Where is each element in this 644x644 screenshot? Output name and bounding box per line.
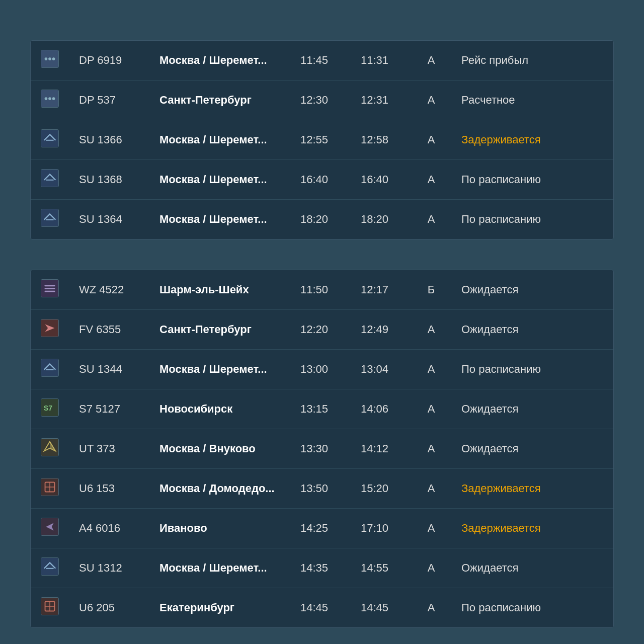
status: Ожидается [451, 270, 613, 310]
airline-logo [41, 557, 59, 576]
airline-logo [41, 90, 59, 108]
svg-point-5 [45, 97, 48, 100]
table-row: UT 373 Москва / Внуково 13:30 14:12 A Ож… [31, 429, 613, 469]
actual-time: 14:12 [351, 429, 411, 469]
table-row: U6 153 Москва / Домодедо... 13:50 15:20 … [31, 469, 613, 509]
airline-logo [41, 319, 59, 337]
flight-board-1: DP 6919 Москва / Шеремет... 11:45 11:31 … [30, 40, 614, 239]
scheduled-time: 11:45 [290, 41, 351, 80]
status: По расписанию [451, 350, 613, 389]
flight-number: SU 1364 [69, 200, 149, 239]
destination: Москва / Шеремет... [149, 200, 290, 239]
airline-logo [41, 597, 59, 615]
scheduled-time: 12:55 [290, 120, 351, 160]
actual-time: 11:31 [351, 41, 411, 80]
svg-rect-12 [41, 209, 58, 226]
airline-logo [41, 478, 59, 496]
flight-number: U6 153 [69, 469, 149, 509]
destination: Шарм-эль-Шейх [149, 270, 290, 310]
table-row: SU 1312 Москва / Шеремет... 14:35 14:55 … [31, 548, 613, 588]
flight-number: FV 6355 [69, 310, 149, 350]
actual-time: 12:58 [351, 120, 411, 160]
scheduled-time: 14:35 [290, 548, 351, 588]
svg-rect-8 [41, 130, 58, 147]
gate: A [411, 160, 451, 200]
status: Задерживается [451, 120, 613, 160]
gate: A [411, 120, 451, 160]
status: По расписанию [451, 588, 613, 628]
airline-logo-cell [31, 120, 69, 160]
svg-rect-33 [41, 558, 58, 575]
gate: A [411, 588, 451, 628]
flight-number: S7 5127 [69, 389, 149, 429]
actual-time: 15:20 [351, 469, 411, 509]
table-row: WZ 4522 Шарм-эль-Шейх 11:50 12:17 Б Ожид… [31, 270, 613, 310]
actual-time: 14:06 [351, 389, 411, 429]
airline-logo-cell [31, 469, 69, 509]
table-row: DP 6919 Москва / Шеремет... 11:45 11:31 … [31, 41, 613, 80]
airline-logo-cell [31, 350, 69, 389]
svg-point-7 [52, 97, 55, 100]
airline-logo-cell [31, 588, 69, 628]
destination: Москва / Шеремет... [149, 160, 290, 200]
svg-rect-17 [45, 291, 55, 292]
gate: Б [411, 270, 451, 310]
airline-logo-cell [31, 548, 69, 588]
status: Ожидается [451, 389, 613, 429]
scheduled-time: 11:50 [290, 270, 351, 310]
airline-logo-cell [31, 160, 69, 200]
status: По расписанию [451, 200, 613, 239]
gate: A [411, 509, 451, 548]
gate: A [411, 429, 451, 469]
airline-logo [41, 518, 59, 536]
destination: Екатеринбург [149, 588, 290, 628]
destination: Москва / Внуково [149, 429, 290, 469]
flight-number: WZ 4522 [69, 270, 149, 310]
scheduled-time: 13:30 [290, 429, 351, 469]
flight-number: UT 373 [69, 429, 149, 469]
svg-text:S7: S7 [44, 404, 52, 412]
status: По расписанию [451, 160, 613, 200]
actual-time: 16:40 [351, 160, 411, 200]
scheduled-time: 12:30 [290, 80, 351, 120]
flight-number: SU 1366 [69, 120, 149, 160]
scheduled-time: 14:45 [290, 588, 351, 628]
flight-number: A4 6016 [69, 509, 149, 548]
airline-logo-cell: S7 [31, 389, 69, 429]
destination: Москва / Шеремет... [149, 120, 290, 160]
destination: Санкт-Петербург [149, 80, 290, 120]
actual-time: 12:31 [351, 80, 411, 120]
svg-point-1 [45, 57, 48, 60]
flight-board-2: WZ 4522 Шарм-эль-Шейх 11:50 12:17 Б Ожид… [30, 270, 614, 628]
actual-time: 12:49 [351, 310, 411, 350]
gate: A [411, 548, 451, 588]
airline-logo-cell [31, 509, 69, 548]
destination: Иваново [149, 509, 290, 548]
table-row: FV 6355 Санкт-Петербург 12:20 12:49 A Ож… [31, 310, 613, 350]
flight-table-2: WZ 4522 Шарм-эль-Шейх 11:50 12:17 Б Ожид… [31, 270, 613, 627]
gate: A [411, 310, 451, 350]
table-row: DP 537 Санкт-Петербург 12:30 12:31 A Рас… [31, 80, 613, 120]
airline-logo-cell [31, 80, 69, 120]
flight-table-1: DP 6919 Москва / Шеремет... 11:45 11:31 … [31, 41, 613, 239]
destination: Москва / Шеремет... [149, 548, 290, 588]
flight-number: SU 1344 [69, 350, 149, 389]
airline-logo [41, 279, 59, 297]
airline-logo: S7 [41, 398, 59, 417]
destination: Новосибирск [149, 389, 290, 429]
table-row: SU 1364 Москва / Шеремет... 18:20 18:20 … [31, 200, 613, 239]
status: Ожидается [451, 429, 613, 469]
gate: A [411, 200, 451, 239]
flight-number: DP 537 [69, 80, 149, 120]
status: Рейс прибыл [451, 41, 613, 80]
flight-number: SU 1368 [69, 160, 149, 200]
airline-logo [41, 359, 59, 377]
svg-rect-15 [45, 285, 55, 286]
destination: Москва / Домодедо... [149, 469, 290, 509]
scheduled-time: 14:25 [290, 509, 351, 548]
status: Ожидается [451, 548, 613, 588]
gate: A [411, 41, 451, 80]
table-row: U6 205 Екатеринбург 14:45 14:45 A По рас… [31, 588, 613, 628]
actual-time: 13:04 [351, 350, 411, 389]
svg-point-6 [48, 97, 51, 100]
